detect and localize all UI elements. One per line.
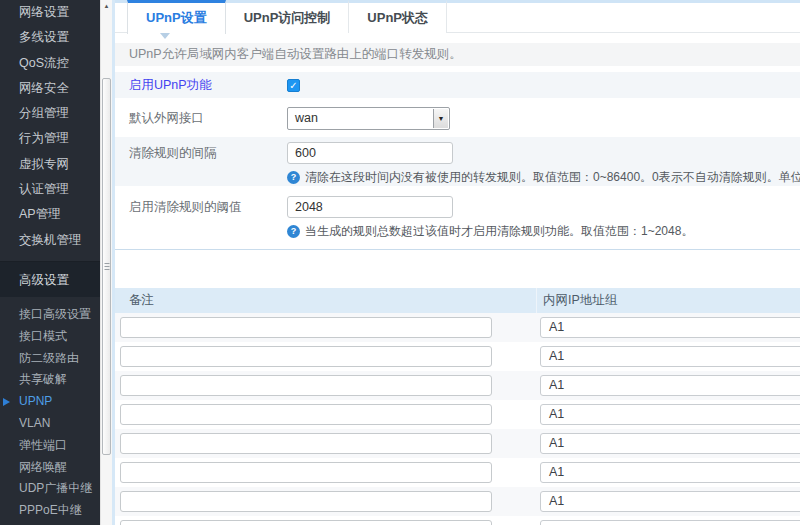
sidebar-item-upnp-label: UPNP <box>19 394 52 408</box>
table-row: A1 <box>115 487 800 516</box>
note-input[interactable] <box>120 491 492 512</box>
ip-group-select[interactable]: A1 <box>540 375 800 396</box>
clear-threshold-hint-text: 当生成的规则总数超过该值时才启用清除规则功能。取值范围：1~2048。 <box>305 223 693 240</box>
wan-interface-select[interactable]: wan ▼ <box>287 107 450 130</box>
form-row-clear-threshold: 启用清除规则的阈值 ? 当生成的规则总数超过该值时才启用清除规则功能。取值范围：… <box>115 186 800 249</box>
clear-threshold-input[interactable] <box>287 196 453 218</box>
column-header-note: 备注 <box>115 288 537 313</box>
ip-group-select[interactable]: A1 <box>540 520 800 525</box>
clear-interval-hint: ? 清除在这段时间内没有被使用的转发规则。取值范围：0~86400。0表示不自动… <box>287 169 800 186</box>
table-row: A1 <box>115 516 800 525</box>
table-row: A1 <box>115 429 800 458</box>
sidebar-item-pppoe-relay[interactable]: PPPoE中继 <box>0 500 100 522</box>
sidebar-item-network-security[interactable]: 网络安全 <box>0 76 100 101</box>
ip-group-select[interactable]: A1 <box>540 462 800 483</box>
note-input[interactable] <box>120 433 492 454</box>
ip-group-select[interactable]: A1 <box>540 317 800 338</box>
sidebar: 网络设置 多线设置 QoS流控 网络安全 分组管理 行为管理 虚拟专网 认证管理… <box>0 0 100 525</box>
ip-group-select[interactable]: A1 <box>540 404 800 425</box>
sidebar-scrollbar[interactable]: ▲ <box>100 0 112 525</box>
active-tab-notch-icon <box>160 33 170 39</box>
scroll-up-icon[interactable]: ▲ <box>101 0 112 13</box>
help-icon: ? <box>287 225 300 238</box>
sidebar-item-behavior-management[interactable]: 行为管理 <box>0 126 100 151</box>
sidebar-section-advanced-settings[interactable]: 高级设置 <box>0 261 100 297</box>
sidebar-item-vlan[interactable]: VLAN <box>0 413 100 435</box>
sidebar-item-upnp[interactable]: UPNP <box>0 391 100 413</box>
tab-upnp-status[interactable]: UPnP状态 <box>349 0 447 33</box>
router-admin-app: 网络设置 多线设置 QoS流控 网络安全 分组管理 行为管理 虚拟专网 认证管理… <box>0 0 800 525</box>
enable-upnp-checkbox[interactable]: ✓ <box>287 79 300 92</box>
scrollbar-grip-icon <box>104 263 109 271</box>
sidebar-sub-menu: 接口高级设置 接口模式 防二级路由 共享破解 UPNP VLAN 弹性端口 网络… <box>0 297 100 522</box>
note-input[interactable] <box>120 317 492 338</box>
sidebar-item-switch-management[interactable]: 交换机管理 <box>0 228 100 253</box>
active-item-arrow-icon <box>3 398 10 406</box>
ip-group-select[interactable]: A1 <box>540 346 800 367</box>
sidebar-item-auth-management[interactable]: 认证管理 <box>0 177 100 202</box>
tab-upnp-settings[interactable]: UPnP设置 <box>127 0 226 34</box>
note-input[interactable] <box>120 346 492 367</box>
table-row: A1 <box>115 458 800 487</box>
info-banner: UPnP允许局域网内客户端自动设置路由上的端口转发规则。 <box>115 43 800 66</box>
table-row: A1 <box>115 313 800 342</box>
form-row-enable: 启用UPnP功能 ✓ <box>115 72 800 98</box>
dropdown-arrow-icon[interactable]: ▼ <box>433 109 448 128</box>
table-header: 备注 内网IP地址组 <box>115 288 800 313</box>
sidebar-item-multiline-settings[interactable]: 多线设置 <box>0 25 100 50</box>
form-row-clear-interval: 清除规则的间隔 ? 清除在这段时间内没有被使用的转发规则。取值范围：0~8640… <box>115 137 800 186</box>
enable-upnp-label: 启用UPnP功能 <box>115 72 287 98</box>
tab-bar: UPnP设置 UPnP访问控制 UPnP状态 <box>115 0 800 34</box>
note-input[interactable] <box>120 520 492 525</box>
wan-interface-label: 默认外网接口 <box>115 107 287 137</box>
sidebar-item-interface-mode[interactable]: 接口模式 <box>0 326 100 348</box>
clear-threshold-hint: ? 当生成的规则总数超过该值时才启用清除规则功能。取值范围：1~2048。 <box>287 223 693 240</box>
ip-group-select[interactable]: A1 <box>540 491 800 512</box>
sidebar-item-qos[interactable]: QoS流控 <box>0 51 100 76</box>
note-input[interactable] <box>120 375 492 396</box>
sidebar-item-udp-broadcast-relay[interactable]: UDP广播中继 <box>0 478 100 500</box>
note-input[interactable] <box>120 404 492 425</box>
sidebar-item-vpn[interactable]: 虚拟专网 <box>0 152 100 177</box>
upnp-settings-form: 启用UPnP功能 ✓ 默认外网接口 wan ▼ 清除规则的间隔 <box>115 72 800 250</box>
sidebar-item-interface-advanced[interactable]: 接口高级设置 <box>0 304 100 326</box>
table-row: A1 <box>115 400 800 429</box>
upnp-rules-table: 备注 内网IP地址组 A1 A1 A1 A1 A1 <box>115 288 800 525</box>
column-header-ip-group: 内网IP地址组 <box>537 288 800 313</box>
sidebar-item-anti-secondary-router[interactable]: 防二级路由 <box>0 348 100 370</box>
form-row-wan-interface: 默认外网接口 wan ▼ <box>115 98 800 137</box>
sidebar-item-wake-on-lan[interactable]: 网络唤醒 <box>0 457 100 479</box>
clear-interval-label: 清除规则的间隔 <box>115 142 287 186</box>
tab-upnp-access-control[interactable]: UPnP访问控制 <box>226 0 350 33</box>
clear-interval-input[interactable] <box>287 142 453 164</box>
sidebar-item-network-settings[interactable]: 网络设置 <box>0 0 100 25</box>
table-row: A1 <box>115 371 800 400</box>
help-icon: ? <box>287 171 300 184</box>
clear-threshold-label: 启用清除规则的阈值 <box>115 196 287 249</box>
clear-interval-hint-text: 清除在这段时间内没有被使用的转发规则。取值范围：0~86400。0表示不自动清除… <box>305 169 800 186</box>
sidebar-item-share-crack[interactable]: 共享破解 <box>0 369 100 391</box>
table-row: A1 <box>115 342 800 371</box>
ip-group-select[interactable]: A1 <box>540 433 800 454</box>
wan-interface-selected-value: wan <box>288 108 449 129</box>
note-input[interactable] <box>120 462 492 483</box>
sidebar-item-ap-management[interactable]: AP管理 <box>0 202 100 227</box>
sidebar-main-menu: 网络设置 多线设置 QoS流控 网络安全 分组管理 行为管理 虚拟专网 认证管理… <box>0 0 100 253</box>
sidebar-item-group-management[interactable]: 分组管理 <box>0 101 100 126</box>
scrollbar-thumb[interactable] <box>102 78 111 455</box>
main-content: UPnP设置 UPnP访问控制 UPnP状态 UPnP允许局域网内客户端自动设置… <box>112 0 800 525</box>
sidebar-item-elastic-port[interactable]: 弹性端口 <box>0 435 100 457</box>
